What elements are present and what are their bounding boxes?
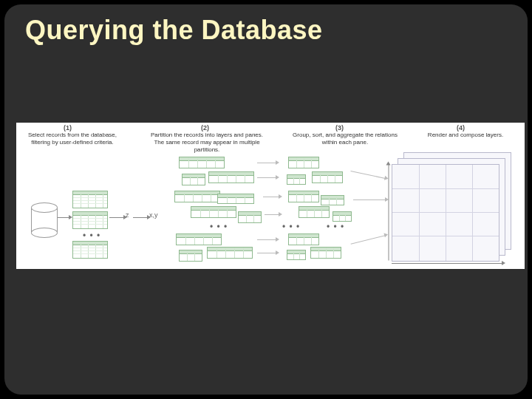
partition-table <box>179 157 225 168</box>
flow-arrow <box>257 177 276 178</box>
partition-table <box>191 206 236 218</box>
aggregate-table <box>288 157 319 168</box>
record-table <box>72 191 108 208</box>
flow-arrow <box>109 217 124 218</box>
partition-table <box>174 191 220 202</box>
partition-table <box>207 247 253 259</box>
render-pane <box>392 164 499 262</box>
aggregate-table <box>332 211 352 222</box>
record-table <box>72 211 108 229</box>
flow-arrow <box>257 163 276 163</box>
axis-arrow <box>389 165 389 261</box>
partition-label-z: z <box>126 211 129 219</box>
ellipsis: • • • <box>210 222 228 232</box>
pipeline-diagram: (1) Select records from the database, fi… <box>16 123 525 269</box>
partition-table <box>217 194 254 204</box>
ellipsis: • • • <box>83 231 100 241</box>
partition-table <box>208 171 254 183</box>
flow-arrow <box>351 235 386 245</box>
flow-arrow <box>350 171 385 179</box>
step-3-caption: Group, sort, and aggregate the relations… <box>290 132 400 146</box>
database-icon <box>31 202 56 235</box>
axis-arrow <box>392 263 502 264</box>
slide-title: Querying the Database <box>25 15 323 46</box>
step-1-num: (1) <box>64 124 72 132</box>
partition-table <box>176 233 222 245</box>
aggregate-table <box>310 247 341 259</box>
partition-table <box>238 211 262 223</box>
aggregate-table <box>288 191 319 202</box>
step-4-caption: Render and compose layers. <box>414 132 517 139</box>
flow-arrow <box>58 217 69 218</box>
partition-label-xy: x,y <box>149 211 158 219</box>
flow-arrow <box>133 217 148 218</box>
partition-table <box>179 250 202 262</box>
step-2-caption: Partition the records into layers and pa… <box>148 132 266 154</box>
slide: Querying the Database (1) Select records… <box>4 4 528 395</box>
flow-arrow <box>263 197 279 197</box>
flow-arrow <box>353 200 386 200</box>
flow-arrow <box>257 239 276 240</box>
step-1-caption: Select records from the database, filter… <box>21 132 124 146</box>
aggregate-table <box>312 171 343 183</box>
flow-arrow <box>265 214 279 215</box>
partition-table <box>182 174 205 185</box>
ellipsis: • • • <box>282 222 300 232</box>
aggregate-table <box>287 250 306 260</box>
record-table <box>72 241 108 259</box>
step-2-num: (2) <box>201 124 209 132</box>
aggregate-table <box>287 174 306 185</box>
aggregate-table <box>299 206 330 218</box>
aggregate-table <box>288 233 319 245</box>
step-4-num: (4) <box>457 124 465 132</box>
flow-arrow <box>257 253 276 253</box>
aggregate-table <box>321 195 344 205</box>
ellipsis: • • • <box>327 222 344 232</box>
step-3-num: (3) <box>335 124 344 132</box>
